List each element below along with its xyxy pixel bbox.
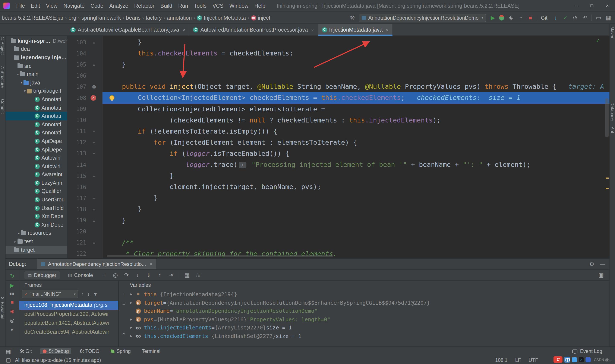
close-button[interactable]: × xyxy=(600,0,615,12)
line-number[interactable]: 106 xyxy=(67,73,86,79)
tool-button-2-favorites[interactable]: 2: Favorites xyxy=(0,297,5,319)
menu-analyze[interactable]: Analyze xyxy=(106,3,131,9)
tree-item-main[interactable]: ▾main xyxy=(6,70,67,78)
editor-vertical-scrollbar[interactable] xyxy=(605,98,609,137)
tree-item-autowiri[interactable]: CAutowiri xyxy=(6,154,67,162)
code-line-113[interactable]: if (logger.isTraceEnabled()) { xyxy=(103,148,609,159)
fold-end-icon[interactable]: ▴ xyxy=(91,173,97,179)
tree-item-resources[interactable]: ▸resources xyxy=(6,229,67,237)
tool-button-commit[interactable]: Commit xyxy=(0,99,5,114)
line-number[interactable]: 109 xyxy=(67,106,86,112)
menu-file[interactable]: File xyxy=(13,3,28,9)
tab-console[interactable]: ▥Console xyxy=(65,271,96,279)
breakpoint-icon[interactable] xyxy=(91,95,96,101)
tool-button-maven[interactable]: Maven xyxy=(610,26,615,39)
expand-icon[interactable]: ▶ xyxy=(128,301,134,305)
code-line-112[interactable]: for (InjectedElement element : elementsT… xyxy=(103,137,609,148)
line-number[interactable]: 111 xyxy=(67,128,86,135)
caret-position-widget[interactable]: 108:1 xyxy=(495,357,508,363)
breadcrumb-annotation[interactable]: annotation xyxy=(167,15,192,21)
variable-row-beanname[interactable]: pbeanName = "annotationDependencyInjecti… xyxy=(128,307,609,315)
restore-layout-icon[interactable]: ▣ xyxy=(598,272,604,278)
tab-close-icon[interactable]: × xyxy=(183,27,185,32)
rollback-button[interactable]: ↶ xyxy=(582,14,588,21)
tree-item-annotati[interactable]: CAnnotati xyxy=(6,120,67,129)
tree-item-test[interactable]: ▸test xyxy=(6,237,67,246)
line-number[interactable]: 107 xyxy=(67,84,86,90)
more-actions-icon[interactable]: » xyxy=(11,327,13,333)
tab-close-icon[interactable]: × xyxy=(386,27,388,32)
tree-item-autowiri[interactable]: CAutowiri xyxy=(6,162,67,170)
fold-end-icon[interactable]: ▴ xyxy=(91,39,97,45)
expand-icon[interactable]: ▶ xyxy=(128,334,134,338)
line-number[interactable]: 112 xyxy=(67,139,86,146)
more-icon[interactable]: » xyxy=(122,330,125,336)
profiler-button[interactable]: ◔ xyxy=(517,14,524,21)
menu-tools[interactable]: Tools xyxy=(191,3,210,9)
variable-row-pvs[interactable]: ▶ppvs = {MutablePropertyValues@2216} "Pr… xyxy=(128,315,609,324)
comment-fold-icon[interactable]: ≡ xyxy=(91,240,97,246)
variable-row-this[interactable]: ▶≡this = {InjectionMetadata@2194} xyxy=(128,290,609,299)
code-line-118[interactable]: } xyxy=(103,204,609,215)
step-out-icon[interactable]: ↑ xyxy=(157,272,163,278)
tree-item-usergrou[interactable]: CUserGrou xyxy=(6,196,67,204)
menu-run[interactable]: Run xyxy=(175,3,191,9)
event-log-button[interactable]: Event Log xyxy=(572,349,602,354)
git-commit-button[interactable]: ✓ xyxy=(562,14,568,21)
line-number[interactable]: 105 xyxy=(67,61,86,68)
status-tool-9-git[interactable]: 9: Git xyxy=(17,348,34,354)
tool-button-database[interactable]: Database xyxy=(610,103,615,121)
tree-item-annotati[interactable]: CAnnotati xyxy=(6,129,67,137)
tree-item-annotati[interactable]: CAnnotati xyxy=(6,104,67,112)
editor-tab-autowiredannotationbeanpostprocessor-java[interactable]: CAutowiredAnnotationBeanPostProcessor.ja… xyxy=(189,24,318,36)
fold-start-icon[interactable]: ▾ xyxy=(91,129,97,134)
menu-navigate[interactable]: Navigate xyxy=(60,3,88,9)
run-configuration-select[interactable]: AnnotationDependencyInjectionResolutionD… xyxy=(359,13,486,22)
code-line-103[interactable]: } xyxy=(103,37,609,48)
line-number[interactable]: 113 xyxy=(67,150,86,157)
mute-breakpoints-icon[interactable]: ◎ xyxy=(10,317,14,324)
line-number[interactable]: 114 xyxy=(67,161,86,168)
tree-item-xmldepe[interactable]: CXmlDepe xyxy=(6,212,67,221)
thread-select[interactable]: ✓ "mai...NNING" ▾ xyxy=(22,290,78,298)
tool-button-7-structure[interactable]: 7: Structure xyxy=(0,66,5,88)
line-number[interactable]: 117 xyxy=(67,195,86,201)
code-line-110[interactable]: (checkedElements != null ? checkedElemen… xyxy=(103,115,609,126)
menu-code[interactable]: Code xyxy=(88,3,106,9)
tool-button-1-project[interactable]: 1: Project xyxy=(0,37,5,55)
prev-frame-icon[interactable]: ↑ xyxy=(81,291,84,297)
code-line-114[interactable]: logger.trace(o: "Processing injected ele… xyxy=(103,159,609,170)
tree-item-qualifier[interactable]: CQualifier xyxy=(6,187,67,195)
menu-refactor[interactable]: Refactor xyxy=(131,3,158,9)
line-number[interactable]: 122 xyxy=(67,251,86,257)
line-number[interactable]: 103 xyxy=(67,39,86,45)
code-line-120[interactable] xyxy=(103,226,609,237)
settings-gear-icon[interactable]: ⚙ xyxy=(589,261,594,267)
line-number[interactable]: 118 xyxy=(67,206,86,212)
inspections-ok-icon[interactable]: ✓ xyxy=(596,38,600,43)
step-over-icon[interactable]: ↷ xyxy=(123,272,130,278)
frame-row[interactable]: populateBean:1422, AbstractAutowi xyxy=(19,319,118,328)
expand-icon[interactable]: ▶ xyxy=(128,317,134,321)
tree-item-annotati[interactable]: CAnnotati xyxy=(6,95,67,104)
pause-icon[interactable]: ▮▮ xyxy=(10,292,14,296)
editor-horizontal-scrollbar[interactable] xyxy=(107,255,333,257)
code-line-107[interactable]: public void inject(Object target, @Nulla… xyxy=(103,81,609,92)
tool-windows-icon[interactable]: ▦ xyxy=(605,14,612,21)
code-line-106[interactable] xyxy=(103,70,609,81)
line-number[interactable]: 110 xyxy=(67,117,86,123)
coverage-button[interactable]: ◈ xyxy=(508,14,514,21)
line-number[interactable]: 115 xyxy=(67,173,86,179)
tab-debugger[interactable]: ▤Debugger xyxy=(24,271,60,279)
status-tool-5-debug[interactable]: 5: Debug xyxy=(40,348,71,354)
filter-frames-icon[interactable]: ▼ xyxy=(93,291,98,297)
frame-row[interactable]: doCreateBean:594, AbstractAutowir xyxy=(19,328,118,337)
tree-item-annotati[interactable]: CAnnotati xyxy=(6,112,67,120)
breadcrumb-injectionmetadata[interactable]: CInjectionMetadata xyxy=(197,15,246,21)
tree-item-src[interactable]: src xyxy=(6,62,67,70)
line-ending-widget[interactable]: LF xyxy=(515,357,521,363)
menu-build[interactable]: Build xyxy=(157,3,175,9)
line-number[interactable]: 116 xyxy=(67,184,86,190)
close-icon[interactable]: × xyxy=(150,261,152,266)
tree-item-lazyann[interactable]: CLazyAnn xyxy=(6,179,67,187)
